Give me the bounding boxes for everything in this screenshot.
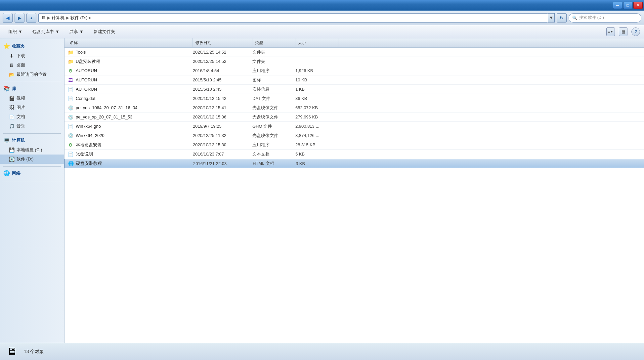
file-icon: ⚙	[67, 68, 74, 74]
path-drive[interactable]: 软件 (D:)	[70, 15, 87, 21]
close-button[interactable]: ✕	[633, 2, 643, 9]
table-row[interactable]: 💿 pe_yqs_xp_20_07_31_15_53 2020/10/12 15…	[64, 112, 644, 122]
file-name-cell: 📄 Config.dat	[67, 95, 193, 102]
status-app-icon: 🖥	[5, 345, 19, 358]
status-icon-glyph: 🖥	[7, 345, 17, 358]
file-name: Win7x64_2020	[76, 133, 105, 138]
sidebar-item-label-local-c: 本地磁盘 (C:)	[17, 147, 42, 153]
organize-button[interactable]: 组织 ▼	[4, 27, 27, 36]
sidebar-divider-favorites	[3, 82, 61, 82]
sidebar-item-document[interactable]: 📄文档	[0, 112, 64, 121]
file-icon: ⚙	[67, 142, 74, 148]
file-size-cell: 279,696 KB	[295, 114, 338, 119]
file-type-cell: 安装信息	[252, 86, 295, 92]
sidebar-section-header-library[interactable]: 📚库	[0, 83, 64, 94]
sidebar-item-label-picture: 图片	[17, 105, 25, 111]
sidebar-item-picture[interactable]: 🖼图片	[0, 103, 64, 112]
path-computer[interactable]: 计算机	[52, 15, 64, 21]
sidebar-item-music[interactable]: 🎵音乐	[0, 121, 64, 131]
sidebar-item-video[interactable]: 🎬视频	[0, 94, 64, 103]
file-date-cell: 2016/10/23 7:07	[193, 152, 252, 157]
table-row[interactable]: 📁 U盘安装教程 2020/12/25 14:52 文件夹	[64, 57, 644, 66]
sidebar-section-label-favorites: 收藏夹	[12, 43, 25, 49]
preview-button[interactable]: ▦	[619, 27, 627, 36]
column-header-name[interactable]: 名称	[67, 38, 193, 47]
file-date-cell: 2020/10/12 15:42	[193, 96, 252, 101]
sidebar-item-label-video: 视频	[17, 95, 25, 101]
table-row[interactable]: 📄 AUTORUN 2015/5/10 2:45 安装信息 1 KB	[64, 85, 644, 94]
path-arrow: ▶	[89, 16, 91, 20]
sidebar-item-downloads[interactable]: ⬇下载	[0, 51, 64, 61]
file-size-cell: 652,072 KB	[295, 105, 338, 110]
sidebar-section-header-network[interactable]: 🌐网络	[0, 168, 64, 178]
table-row[interactable]: 🖼 AUTORUN 2015/5/10 2:45 图标 10 KB	[64, 75, 644, 85]
file-list: 📁 Tools 2020/12/25 14:52 文件夹 📁 U盘安装教程 20…	[64, 48, 644, 343]
sidebar-item-local-c[interactable]: 💾本地磁盘 (C:)	[0, 145, 64, 155]
help-button[interactable]: ?	[631, 27, 640, 36]
sidebar-item-desktop[interactable]: 🖥桌面	[0, 61, 64, 70]
sidebar-section-header-favorites[interactable]: ⭐收藏夹	[0, 41, 64, 51]
file-type-cell: DAT 文件	[252, 96, 295, 102]
view-options-button[interactable]: ≡ ▼	[606, 27, 615, 36]
refresh-button[interactable]: ↻	[557, 13, 567, 22]
path-separator-2: ▶	[66, 15, 69, 20]
maximize-button[interactable]: □	[623, 2, 632, 9]
sidebar-section-header-computer[interactable]: 💻计算机	[0, 135, 64, 145]
address-path[interactable]: 🖥 ▶ 计算机 ▶ 软件 (D:) ▶	[38, 13, 548, 22]
search-bar[interactable]: 🔍 搜索 软件 (D:)	[569, 13, 641, 22]
file-size-cell: 3 KB	[296, 161, 339, 166]
table-row[interactable]: 📄 Config.dat 2020/10/12 15:42 DAT 文件 36 …	[64, 94, 644, 103]
file-date-cell: 2020/12/25 14:52	[193, 59, 252, 64]
file-size-cell: 28,315 KB	[295, 142, 338, 147]
file-date-cell: 2019/9/7 19:25	[193, 124, 252, 129]
minimize-button[interactable]: ─	[613, 2, 622, 9]
column-header-size[interactable]: 大小	[295, 38, 338, 47]
file-name-cell: ⚙ AUTORUN	[67, 68, 193, 74]
sidebar-section-library: 📚库🎬视频🖼图片📄文档🎵音乐	[0, 83, 64, 131]
sidebar-item-icon-desktop: 🖥	[9, 62, 15, 68]
sidebar-section-label-network: 网络	[12, 170, 21, 176]
table-row[interactable]: ⚙ AUTORUN 2016/1/8 4:54 应用程序 1,926 KB	[64, 66, 644, 75]
file-type-cell: 文件夹	[252, 59, 295, 65]
file-name: 本地硬盘安装	[76, 142, 102, 148]
file-name: AUTORUN	[76, 77, 97, 82]
file-icon: 💿	[67, 114, 74, 120]
table-row[interactable]: 📄 Win7x64.gho 2019/9/7 19:25 GHO 文件 2,90…	[64, 122, 644, 131]
forward-button[interactable]: ▶	[15, 13, 24, 23]
new-folder-button[interactable]: 新建文件夹	[89, 27, 119, 36]
file-name: 光盘说明	[76, 151, 93, 157]
sidebar-section-label-computer: 计算机	[12, 137, 25, 143]
view-icon: ≡	[608, 29, 610, 34]
sidebar-divider-network	[3, 181, 61, 181]
sidebar-section-computer: 💻计算机💾本地磁盘 (C:)💽软件 (D:)	[0, 135, 64, 164]
file-size-cell: 1 KB	[295, 87, 338, 92]
include-button[interactable]: 包含到库中 ▼	[28, 27, 64, 36]
column-header-modified[interactable]: 修改日期	[193, 38, 252, 47]
sidebar-section-label-library: 库	[12, 86, 16, 92]
file-name: AUTORUN	[76, 87, 97, 92]
back-button[interactable]: ◀	[3, 13, 13, 23]
table-row[interactable]: 💿 Win7x64_2020 2020/12/25 11:32 光盘映像文件 3…	[64, 131, 644, 140]
up-button[interactable]: ▲	[26, 13, 36, 23]
sidebar-item-icon-recent: 📂	[9, 71, 15, 77]
address-dropdown-button[interactable]: ▼	[548, 13, 555, 22]
sidebar-item-label-software-d: 软件 (D:)	[17, 156, 33, 162]
sidebar-item-icon-downloads: ⬇	[9, 53, 15, 59]
table-row[interactable]: 📄 光盘说明 2016/10/23 7:07 文本文档 5 KB	[64, 150, 644, 159]
table-row[interactable]: 🌐 硬盘安装教程 2016/11/21 22:03 HTML 文档 3 KB	[64, 159, 644, 168]
sidebar-item-recent[interactable]: 📂最近访问的位置	[0, 70, 64, 79]
table-row[interactable]: 📁 Tools 2020/12/25 14:52 文件夹	[64, 48, 644, 57]
file-type-cell: 应用程序	[252, 68, 295, 74]
table-row[interactable]: 💿 pe_yqs_1064_20_07_31_16_04 2020/10/12 …	[64, 103, 644, 112]
sidebar-section-icon-computer: 💻	[3, 137, 10, 143]
file-name-cell: 💿 pe_yqs_1064_20_07_31_16_04	[67, 105, 193, 111]
column-header-type[interactable]: 类型	[252, 38, 295, 47]
sidebar-item-label-downloads: 下载	[17, 53, 25, 59]
file-type-cell: GHO 文件	[252, 123, 295, 129]
file-date-cell: 2020/10/12 15:41	[193, 105, 252, 110]
sidebar-item-software-d[interactable]: 💽软件 (D:)	[0, 155, 64, 164]
share-button[interactable]: 共享 ▼	[65, 27, 88, 36]
file-size-cell: 3,874,126 ...	[295, 133, 338, 138]
share-dropdown-icon: ▼	[79, 29, 84, 34]
table-row[interactable]: ⚙ 本地硬盘安装 2020/10/12 15:30 应用程序 28,315 KB	[64, 140, 644, 150]
